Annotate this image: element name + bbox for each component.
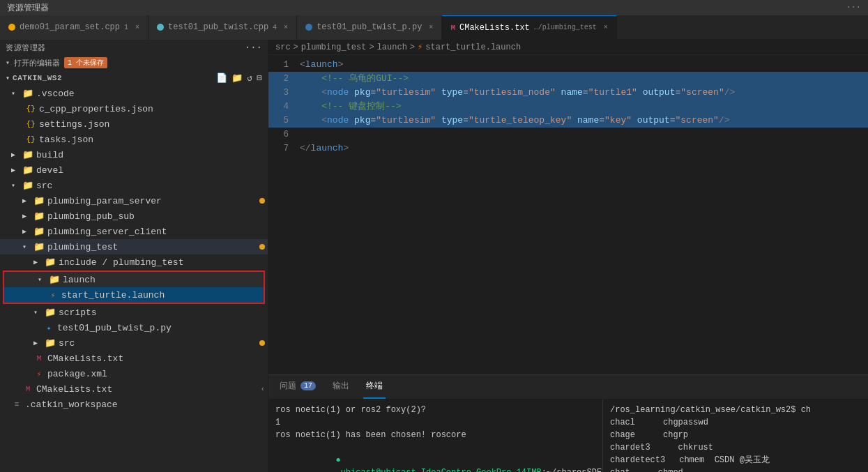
tab-cmake[interactable]: M CMakeLists.txt …/plumbing_test × (442, 15, 616, 40)
tab-problems[interactable]: 问题 17 (277, 374, 319, 399)
term-dot-icon: ● (335, 455, 340, 465)
line-content-3: <node pkg="turtlesim" type="turtlesim_no… (300, 86, 868, 100)
term-col2-row1: chgpasswd (663, 416, 708, 429)
collapse-icon[interactable]: ⊟ (257, 73, 262, 84)
tab-label-cmake: CMakeLists.txt (459, 23, 530, 33)
tab-output[interactable]: 输出 (330, 374, 352, 399)
tab-badge-test01: 4 (273, 24, 277, 31)
plumbing-pub-icon: 📁 (33, 211, 45, 222)
tree-item-plumbing-param[interactable]: ▶ 📁 plumbing_param_server (0, 193, 268, 208)
tab-icon-demo01 (8, 24, 15, 31)
py-icon-test01: ✦ (43, 323, 54, 333)
arrow-plumbing-server: ▶ (22, 227, 31, 236)
panel-tabs: 问题 17 输出 终端 (268, 375, 868, 399)
tree-item-tasks[interactable]: {} tasks.json (0, 132, 268, 147)
tree-item-vscode[interactable]: ▾ 📁 .vscode (0, 86, 268, 101)
tree-item-plumbing-server[interactable]: ▶ 📁 plumbing_server_client (0, 224, 268, 239)
term-line-2: 1 (275, 416, 595, 429)
json-icon-tasks: {} (25, 135, 36, 144)
plumbing-test-icon: 📁 (33, 241, 45, 252)
tree-item-catkin-workspace[interactable]: ≡ .catkin_workspace (0, 397, 268, 412)
titlebar: 资源管理器 ··· (0, 0, 868, 15)
refresh-icon[interactable]: ↺ (247, 73, 252, 84)
breadcrumb-file[interactable]: start_turtle.launch (425, 43, 521, 52)
tree-item-package-xml[interactable]: ⚡ package.xml (0, 366, 268, 381)
line-num-6: 6 (268, 128, 300, 142)
tree-item-include[interactable]: ▶ 📁 include / plumbing_test (0, 254, 268, 270)
dot-plumbing-test (259, 244, 265, 250)
tree-item-plumbing-pub[interactable]: ▶ 📁 plumbing_pub_sub (0, 208, 268, 224)
term-user: ubicast@ubicast-IdeaCentre-GeekPro-14IMB (335, 468, 541, 472)
term-col1-row4: chardetect3 (610, 454, 665, 466)
tree-item-test01-py[interactable]: ✦ test01_pub_twist_p.py (0, 320, 268, 335)
tab-demo01[interactable]: demo01_param_set.cpp 1 × (0, 15, 149, 40)
tab-terminal[interactable]: 终端 (363, 374, 386, 399)
breadcrumb: src > plumbing_test > launch > ⚡ start_t… (268, 40, 868, 55)
tab-close-demo01[interactable]: × (135, 24, 139, 31)
src-root-label: src (36, 181, 52, 191)
launch-label: launch (63, 275, 96, 285)
open-editors-bar: ▾ 打开的编辑器 1 个未保存 (0, 55, 268, 70)
json-icon-c-cpp: {} (25, 105, 36, 113)
tab-test01[interactable]: test01_pub_twist.cpp 4 × (149, 15, 297, 40)
term-right-3: chage chgrp (610, 429, 861, 441)
terminal-right[interactable]: /ros_learning/catkin_wsee/catkin_ws2$ ch… (603, 399, 868, 472)
term-line-3: ros noetic(1) has been chosen! roscore (275, 429, 595, 441)
tab-label-py: test01_pub_twist_p.py (317, 22, 422, 32)
tree-item-scripts[interactable]: ▾ 📁 scripts (0, 305, 268, 320)
settings-label: settings.json (39, 119, 109, 130)
tab-icon-py (305, 24, 312, 31)
src-inner-icon: 📁 (45, 337, 56, 349)
breadcrumb-plumbing[interactable]: plumbing_test (301, 43, 367, 52)
tree-item-cmake-root[interactable]: M CMakeLists.txt ‹ (0, 381, 268, 397)
tab-badge-demo01: 1 (124, 24, 128, 31)
c-cpp-label: c_cpp_properties.json (39, 104, 153, 114)
open-editors-label[interactable]: 打开的编辑器 (14, 58, 60, 68)
tab-close-cmake[interactable]: × (604, 24, 608, 31)
line-num-2: 2 (268, 72, 300, 86)
tree-item-src-inner[interactable]: ▶ 📁 src (0, 335, 268, 351)
titlebar-label: 资源管理器 (7, 2, 49, 14)
line-content-7: </launch> (300, 142, 868, 155)
tree-item-build[interactable]: ▶ 📁 build (0, 147, 268, 162)
term-col2-row3: chkrust (678, 441, 713, 454)
code-editor[interactable]: 1 <launch> 2 <!-- 乌龟的GUI--> 3 <node pkg=… (268, 55, 868, 374)
tree-item-src-root[interactable]: ▾ 📁 src (0, 178, 268, 193)
term-col1-row3: chardet3 (610, 441, 650, 454)
breadcrumb-src[interactable]: src (275, 43, 291, 52)
line-content-5: <node pkg="turtlesim" type="turtle_teleo… (300, 114, 868, 128)
new-file-icon[interactable]: 📄 (216, 73, 227, 84)
tab-py[interactable]: test01_pub_twist_p.py × (297, 15, 442, 40)
tree-item-plumbing-test[interactable]: ▾ 📁 plumbing_test (0, 239, 268, 254)
terminal-left[interactable]: ros noetic(1) or ros2 foxy(2)? 1 ros noe… (268, 399, 603, 472)
sidebar-header: 资源管理器 ··· (0, 40, 268, 55)
tab-close-py[interactable]: × (429, 24, 433, 31)
breadcrumb-sep1: > (294, 43, 298, 52)
sidebar: 资源管理器 ··· ▾ 打开的编辑器 1 个未保存 ▾ CATKIN_WS2 📄… (0, 40, 268, 472)
catkin-ws2-header: ▾ CATKIN_WS2 📄 📁 ↺ ⊟ (0, 70, 268, 86)
term-line-4: ● ubicast@ubicast-IdeaCentre-GeekPro-14I… (275, 441, 595, 472)
dot-src-inner (259, 340, 265, 346)
sidebar-more[interactable]: ··· (245, 42, 262, 53)
code-line-3: 3 <node pkg="turtlesim" type="turtlesim_… (268, 86, 868, 100)
term-right-5: chardetect3 chmem CSDN @吴玉龙 (610, 454, 861, 466)
vscode-folder-icon: 📁 (22, 88, 33, 99)
start-turtle-label: start_turtle.launch (61, 290, 165, 300)
devel-label: devel (36, 165, 63, 176)
tree-item-cmake-inner[interactable]: M CMakeLists.txt (0, 351, 268, 366)
line-num-4: 4 (268, 100, 300, 114)
tree-item-devel[interactable]: ▶ 📁 devel (0, 162, 268, 178)
tab-close-test01[interactable]: × (284, 24, 288, 31)
tree-item-start-turtle[interactable]: ⚡ start_turtle.launch (4, 287, 264, 303)
titlebar-menu-dots[interactable]: ··· (846, 3, 861, 13)
tree-item-settings[interactable]: {} settings.json (0, 116, 268, 132)
tree-item-c-cpp[interactable]: {} c_cpp_properties.json (0, 101, 268, 116)
arrow-src-root: ▾ (11, 181, 20, 190)
term-right-6: chat chmod (610, 466, 861, 472)
scripts-folder-icon: 📁 (45, 307, 56, 318)
term-line-1: ros noetic(1) or ros2 foxy(2)? (275, 404, 595, 416)
src-folder-icon: 📁 (22, 180, 33, 191)
breadcrumb-launch[interactable]: launch (377, 43, 407, 52)
new-folder-icon[interactable]: 📁 (231, 73, 243, 84)
tree-item-launch[interactable]: ▾ 📁 launch (4, 272, 264, 287)
